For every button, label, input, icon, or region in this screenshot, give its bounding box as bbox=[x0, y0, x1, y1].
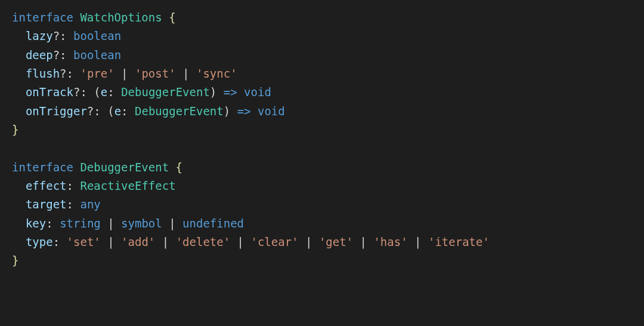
pipe: | bbox=[101, 235, 121, 248]
space bbox=[230, 104, 237, 118]
arrow: => bbox=[237, 104, 251, 118]
space bbox=[162, 11, 169, 24]
prop-lazy: lazy bbox=[26, 29, 53, 42]
space bbox=[128, 104, 135, 118]
space bbox=[216, 85, 223, 99]
space bbox=[237, 85, 244, 99]
str-sync: 'sync' bbox=[196, 67, 237, 80]
space bbox=[73, 67, 80, 80]
space bbox=[87, 85, 94, 99]
param-e: e bbox=[114, 104, 121, 118]
arrow: => bbox=[224, 85, 237, 99]
space bbox=[53, 217, 60, 230]
brace-close: } bbox=[12, 123, 18, 136]
pipe: | bbox=[101, 217, 121, 230]
type-void: void bbox=[258, 104, 285, 118]
str-set: 'set' bbox=[67, 235, 101, 248]
optional-colon: ?: bbox=[53, 48, 67, 61]
type-any: any bbox=[80, 198, 100, 211]
brace-open: { bbox=[169, 11, 175, 24]
paren-close: ) bbox=[210, 85, 216, 99]
colon: : bbox=[53, 235, 60, 248]
pipe: | bbox=[230, 235, 250, 248]
space bbox=[73, 179, 80, 192]
str-clear: 'clear' bbox=[250, 235, 298, 248]
space bbox=[67, 29, 73, 42]
prop-ontrack: onTrack bbox=[26, 85, 73, 99]
paren-close: ) bbox=[224, 104, 230, 118]
prop-deep: deep bbox=[26, 48, 53, 61]
str-delete: 'delete' bbox=[176, 235, 231, 248]
colon: : bbox=[67, 179, 73, 192]
optional-colon: ?: bbox=[60, 67, 73, 80]
pipe: | bbox=[353, 235, 373, 248]
paren-open: ( bbox=[94, 85, 100, 99]
optional-colon: ?: bbox=[53, 29, 67, 42]
space bbox=[73, 198, 80, 211]
space bbox=[251, 104, 258, 118]
type-debuggerevent: DebuggerEvent bbox=[80, 161, 169, 174]
str-add: 'add' bbox=[121, 235, 155, 248]
code-block: interface WatchOptions { lazy?: boolean … bbox=[12, 8, 632, 270]
prop-target: target bbox=[26, 198, 67, 211]
space bbox=[101, 104, 107, 118]
pipe: | bbox=[114, 67, 135, 80]
type-reactiveeffect: ReactiveEffect bbox=[80, 179, 175, 192]
indent bbox=[12, 235, 26, 248]
prop-ontrigger: onTrigger bbox=[26, 104, 87, 118]
space bbox=[114, 85, 121, 99]
str-post: 'post' bbox=[135, 67, 176, 80]
indent bbox=[12, 48, 26, 61]
pipe: | bbox=[408, 235, 428, 248]
type-void: void bbox=[244, 85, 271, 99]
type-symbol: symbol bbox=[121, 217, 162, 230]
pipe: | bbox=[299, 235, 319, 248]
brace-open: { bbox=[176, 161, 182, 174]
colon: : bbox=[67, 198, 73, 211]
colon: : bbox=[107, 85, 114, 99]
str-iterate: 'iterate' bbox=[428, 235, 490, 248]
indent bbox=[12, 67, 26, 80]
indent bbox=[12, 217, 26, 230]
keyword-interface: interface bbox=[12, 11, 73, 24]
prop-type: type bbox=[26, 235, 53, 248]
prop-key: key bbox=[26, 217, 46, 230]
type-watchoptions: WatchOptions bbox=[80, 11, 162, 24]
colon: : bbox=[46, 217, 52, 230]
str-get: 'get' bbox=[319, 235, 353, 248]
colon: : bbox=[121, 104, 128, 118]
space bbox=[73, 161, 80, 174]
type-boolean: boolean bbox=[73, 48, 121, 61]
prop-flush: flush bbox=[26, 67, 60, 80]
type-string: string bbox=[60, 217, 101, 230]
indent bbox=[12, 85, 26, 99]
pipe: | bbox=[155, 235, 175, 248]
indent bbox=[12, 104, 26, 118]
type-boolean: boolean bbox=[73, 29, 121, 42]
space bbox=[60, 235, 66, 248]
type-debuggerevent: DebuggerEvent bbox=[135, 104, 224, 118]
paren-open: ( bbox=[107, 104, 114, 118]
indent bbox=[12, 198, 26, 211]
type-debuggerevent: DebuggerEvent bbox=[121, 85, 210, 99]
space bbox=[67, 48, 73, 61]
optional-colon: ?: bbox=[73, 85, 87, 99]
space bbox=[169, 161, 175, 174]
type-undefined: undefined bbox=[182, 217, 244, 230]
brace-close: } bbox=[12, 254, 18, 267]
str-pre: 'pre' bbox=[80, 67, 114, 80]
prop-effect: effect bbox=[26, 179, 67, 192]
str-has: 'has' bbox=[373, 235, 407, 248]
indent bbox=[12, 29, 26, 42]
optional-colon: ?: bbox=[87, 104, 101, 118]
space bbox=[73, 11, 80, 24]
indent bbox=[12, 179, 26, 192]
pipe: | bbox=[162, 217, 182, 230]
param-e: e bbox=[101, 85, 107, 99]
keyword-interface: interface bbox=[12, 161, 73, 174]
pipe: | bbox=[176, 67, 196, 80]
